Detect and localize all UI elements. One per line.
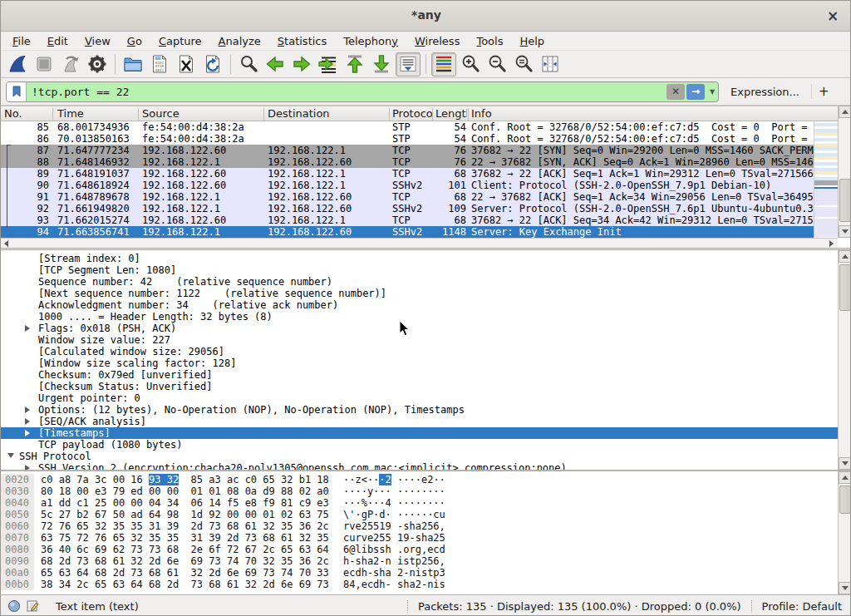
menu-help[interactable]: Help xyxy=(511,33,553,49)
packet-row-92[interactable]: 9271.661949820192.168.122.1192.168.122.6… xyxy=(1,203,814,214)
column-header-destination[interactable]: Destination xyxy=(268,107,387,121)
packet-list-scrollbar[interactable] xyxy=(838,106,851,238)
column-header-source[interactable]: Source xyxy=(142,107,263,121)
start-capture-button[interactable] xyxy=(5,52,30,76)
expander-closed-icon[interactable] xyxy=(25,325,30,332)
stop-capture-button[interactable] xyxy=(32,52,57,76)
detail-line[interactable]: Options: (12 bytes), No-Operation (NOP),… xyxy=(1,404,838,416)
hex-row-0040[interactable]: 0040a1 dd c1 25 00 00 04 34 06 14 f5 e8 … xyxy=(1,497,838,509)
detail-line[interactable]: SSH Protocol xyxy=(1,451,838,462)
close-window-button[interactable]: × xyxy=(824,7,842,25)
scroll-up-button[interactable] xyxy=(839,471,851,484)
display-filter-box[interactable]: ✕ → ▼ xyxy=(6,81,719,102)
packet-row-86[interactable]: 8670.013850163fe:54:00:d4:38:2aSTP54Conf… xyxy=(1,133,814,145)
packet-row-90[interactable]: 9071.648618924192.168.122.60192.168.122.… xyxy=(1,180,814,191)
scroll-down-button[interactable] xyxy=(839,457,851,470)
go-bottom-button[interactable] xyxy=(369,52,394,76)
go-back-button[interactable] xyxy=(263,52,288,76)
packet-row-88[interactable]: 8871.648146932192.168.122.1192.168.122.6… xyxy=(1,156,814,168)
add-filter-button[interactable]: + xyxy=(811,84,836,99)
scrollbar-thumb[interactable] xyxy=(839,485,851,514)
detail-line[interactable]: Flags: 0x018 (PSH, ACK) xyxy=(1,323,838,334)
capture-options-button[interactable] xyxy=(85,52,110,76)
expression-button[interactable]: Expression... xyxy=(730,86,799,98)
scroll-down-button[interactable] xyxy=(839,225,851,238)
menu-analyze[interactable]: Analyze xyxy=(210,33,269,49)
column-header-time[interactable]: Time xyxy=(57,107,137,121)
zoom-original-button[interactable] xyxy=(511,52,536,76)
open-file-button[interactable] xyxy=(121,52,145,76)
hex-row-00a0[interactable]: 00a065 63 64 68 2d 73 68 61 32 2d 6e 69 … xyxy=(1,567,838,579)
scrollbar-thumb[interactable] xyxy=(839,179,851,222)
menu-tools[interactable]: Tools xyxy=(468,33,511,49)
detail-line[interactable]: [Checksum Status: Unverified] xyxy=(1,381,838,392)
detail-line[interactable]: [SEQ/ACK analysis] xyxy=(1,416,838,427)
hex-row-0070[interactable]: 007063 75 72 76 65 32 35 35 31 39 2d 73 … xyxy=(1,532,838,544)
filter-dropdown-caret[interactable]: ▼ xyxy=(706,88,718,96)
restart-capture-button[interactable] xyxy=(58,52,83,76)
menu-capture[interactable]: Capture xyxy=(150,33,210,49)
resize-columns-button[interactable] xyxy=(538,52,563,76)
column-separator[interactable] xyxy=(389,108,390,121)
scrollbar-thumb[interactable] xyxy=(839,264,851,311)
column-separator[interactable] xyxy=(138,108,139,121)
column-separator[interactable] xyxy=(263,108,264,121)
scroll-up-button[interactable] xyxy=(839,250,851,263)
details-scrollbar[interactable] xyxy=(838,250,851,470)
intelligent-scrollbar-minimap[interactable] xyxy=(814,121,838,238)
packet-row-89[interactable]: 8971.648191037192.168.122.60192.168.122.… xyxy=(1,168,814,180)
detail-line[interactable]: TCP payload (1080 bytes) xyxy=(1,439,838,451)
packet-row-85[interactable]: 8568.001734936fe:54:00:d4:38:2aSTP54Conf… xyxy=(1,121,814,133)
menu-edit[interactable]: Edit xyxy=(39,33,76,49)
menu-wireless[interactable]: Wireless xyxy=(406,33,468,49)
expander-open-icon[interactable] xyxy=(7,453,14,458)
expert-info-button[interactable] xyxy=(7,599,21,613)
filter-clear-button[interactable]: ✕ xyxy=(667,84,685,100)
detail-line[interactable]: Urgent pointer: 0 xyxy=(1,392,838,404)
zoom-out-button[interactable] xyxy=(485,52,509,76)
column-header-length[interactable]: Length xyxy=(435,107,467,121)
detail-line[interactable]: 1000 .... = Header Length: 32 bytes (8) xyxy=(1,311,838,323)
column-header-info[interactable]: Info xyxy=(471,107,812,121)
packet-list-header[interactable]: No.TimeSourceDestinationProtocolLengthIn… xyxy=(1,106,851,121)
menu-go[interactable]: Go xyxy=(119,33,150,49)
detail-line[interactable]: [Window size scaling factor: 128] xyxy=(1,357,838,369)
packet-row-93[interactable]: 9371.662015274192.168.122.60192.168.122.… xyxy=(1,214,814,226)
scroll-left-button[interactable] xyxy=(1,239,11,248)
go-top-button[interactable] xyxy=(342,52,367,76)
detail-line[interactable]: Window size value: 227 xyxy=(1,334,838,346)
hex-row-0020[interactable]: 0020c0 a8 7a 3c 00 16 93 32 85 a3 ac c0 … xyxy=(1,474,838,485)
expander-closed-icon[interactable] xyxy=(25,418,30,425)
profile-label[interactable]: Profile: Default xyxy=(751,600,845,613)
filter-bookmark-button[interactable] xyxy=(7,82,27,101)
title-bar[interactable]: *any × xyxy=(1,1,851,32)
detail-line[interactable]: [TCP Segment Len: 1080] xyxy=(1,264,838,276)
hex-row-0050[interactable]: 00505c 27 b2 67 50 ad 64 98 1d 92 00 00 … xyxy=(1,509,838,520)
expander-closed-icon[interactable] xyxy=(25,407,30,413)
menu-statistics[interactable]: Statistics xyxy=(269,33,335,49)
packet-row-94[interactable]: 9471.663856741192.168.122.1192.168.122.6… xyxy=(1,226,814,238)
bytes-scrollbar[interactable] xyxy=(838,471,851,594)
detail-line[interactable]: [Timestamps] xyxy=(1,427,838,439)
column-separator[interactable] xyxy=(52,108,53,121)
packet-row-87[interactable]: 8771.647777234192.168.122.60192.168.122.… xyxy=(1,145,814,156)
detail-line[interactable]: [Next sequence number: 1122 (relative se… xyxy=(1,288,838,299)
menu-file[interactable]: File xyxy=(4,33,39,49)
column-header-protocol[interactable]: Protocol xyxy=(392,107,432,121)
hex-row-0030[interactable]: 003080 18 00 e3 79 ed 00 00 01 01 08 0a … xyxy=(1,485,838,497)
colorize-button[interactable] xyxy=(431,52,456,76)
auto-scroll-button[interactable] xyxy=(396,52,421,76)
detail-line[interactable]: Checksum: 0x79ed [unverified] xyxy=(1,369,838,381)
save-file-button[interactable]: 010101100011 xyxy=(147,52,172,76)
detail-line[interactable]: SSH Version 2 (encryption:chacha20-poly1… xyxy=(1,462,838,470)
column-separator[interactable] xyxy=(432,108,433,121)
scroll-up-button[interactable] xyxy=(839,106,851,118)
expander-closed-icon[interactable] xyxy=(25,430,30,436)
hex-row-0080[interactable]: 008036 40 6c 69 62 73 73 68 2e 6f 72 67 … xyxy=(1,544,838,555)
close-file-button[interactable] xyxy=(174,52,199,76)
filter-apply-button[interactable]: → xyxy=(686,84,705,100)
capture-comment-button[interactable] xyxy=(26,599,39,613)
detail-line[interactable]: Sequence number: 42 (relative sequence n… xyxy=(1,276,838,288)
scroll-down-button[interactable] xyxy=(839,582,851,594)
detail-line[interactable]: Acknowledgment number: 34 (relative ack … xyxy=(1,299,838,311)
